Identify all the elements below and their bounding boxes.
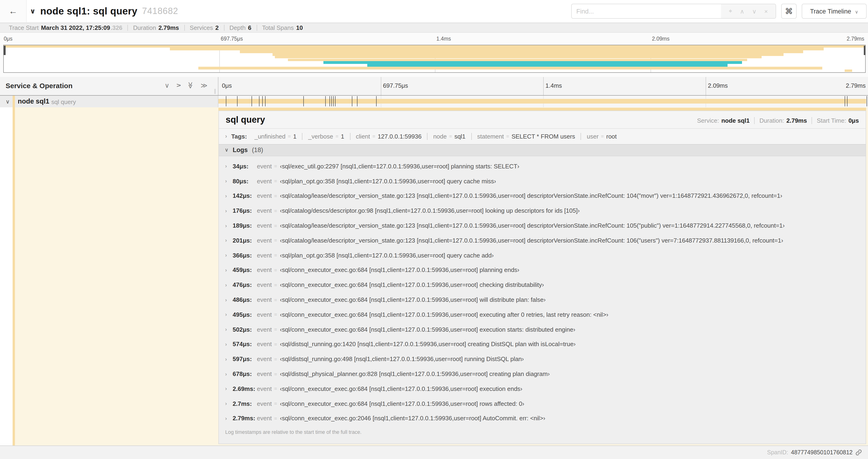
log-field-name: event — [257, 177, 272, 185]
find-input[interactable] — [572, 4, 721, 18]
log-expander-icon[interactable]: › — [225, 193, 232, 199]
collapse-one-icon[interactable]: ∨ — [164, 82, 169, 89]
log-timestamp: 2.69ms: — [232, 385, 257, 392]
log-expander-icon[interactable]: › — [225, 297, 232, 302]
detail-header[interactable]: sql query Service:node sql1Duration:2.79… — [219, 111, 865, 128]
log-row[interactable]: ›2.79ms:event=‹sql/conn_executor_exec.go… — [219, 411, 865, 426]
locate-icon[interactable]: ⌖ — [729, 7, 732, 15]
trace-title-group[interactable]: ∨ node sql1: sql query 7418682 — [30, 0, 178, 22]
log-row[interactable]: ›597μs:event=‹sql/distsql_running.go:498… — [219, 352, 865, 367]
logs-expander-icon[interactable]: ∨ — [225, 147, 228, 153]
column-resize-grip[interactable]: ∥ — [214, 88, 216, 94]
log-row[interactable]: ›2.7ms:event=‹sql/conn_executor_exec.go:… — [219, 396, 865, 411]
log-marker-tick[interactable] — [845, 96, 845, 106]
log-marker-tick[interactable] — [251, 96, 252, 106]
back-button[interactable]: ← — [0, 0, 27, 22]
collapse-all-icon[interactable]: ≫ — [187, 82, 194, 89]
log-row[interactable]: ›189μs:event=‹sql/catalog/lease/descript… — [219, 218, 865, 233]
log-expander-icon[interactable]: › — [225, 178, 232, 184]
log-expander-icon[interactable]: › — [225, 223, 232, 228]
clear-search-icon[interactable]: × — [765, 8, 768, 15]
minimap-canvas[interactable] — [3, 44, 866, 72]
log-marker-tick[interactable] — [237, 96, 238, 106]
log-row[interactable]: ›2.69ms:event=‹sql/conn_executor_exec.go… — [219, 381, 865, 396]
log-expander-icon[interactable]: › — [225, 163, 232, 169]
log-marker-tick[interactable] — [226, 96, 226, 106]
minimap-left-handle[interactable] — [4, 45, 5, 55]
span-expander-icon[interactable]: ∨ — [6, 98, 10, 105]
log-marker-tick[interactable] — [262, 96, 263, 106]
minimap-right-handle[interactable] — [864, 45, 865, 55]
log-expander-icon[interactable]: › — [225, 327, 232, 332]
log-marker-tick[interactable] — [331, 96, 332, 106]
tag-item[interactable]: statement=SELECT * FROM users — [471, 133, 581, 140]
log-expander-icon[interactable]: › — [225, 341, 232, 347]
log-expander-icon[interactable]: › — [225, 416, 232, 421]
span-row-name-column[interactable]: ∨ node sql1 sql query — [0, 95, 218, 107]
log-expander-icon[interactable]: › — [225, 312, 232, 318]
log-marker-tick[interactable] — [265, 96, 266, 106]
page-header: ← ∨ node sql1: sql query 7418682 ⌖ ∧ ∨ ×… — [0, 0, 868, 23]
span-row[interactable]: ∨ node sql1 sql query — [0, 95, 868, 107]
log-expander-icon[interactable]: › — [225, 208, 232, 214]
log-expander-icon[interactable]: › — [225, 238, 232, 243]
log-marker-tick[interactable] — [326, 96, 326, 106]
tag-item[interactable]: _unfinished=1 — [249, 133, 302, 140]
collapse-trace-icon[interactable]: ∨ — [30, 7, 35, 15]
log-marker-tick[interactable] — [357, 96, 358, 106]
copy-link-icon[interactable] — [856, 449, 862, 456]
keyboard-shortcuts-button[interactable]: ⌘ — [781, 4, 797, 19]
log-row[interactable]: ›678μs:event=‹sql/distsql_physical_plann… — [219, 366, 865, 381]
log-row[interactable]: ›476μs:event=‹sql/conn_executor_exec.go:… — [219, 277, 865, 292]
log-marker-tick[interactable] — [867, 96, 867, 106]
tag-item[interactable]: user=root — [581, 133, 622, 140]
tag-key: user — [587, 133, 599, 140]
minimap-tick-label: 1.4ms — [436, 36, 451, 41]
log-expander-icon[interactable]: › — [225, 282, 232, 288]
log-row[interactable]: ›366μs:event=‹sql/plan_opt.go:358 [nsql1… — [219, 248, 865, 263]
prev-match-icon[interactable]: ∧ — [740, 8, 744, 15]
tag-item[interactable]: client=127.0.0.1:59936 — [350, 133, 428, 140]
log-row[interactable]: ›201μs:event=‹sql/catalog/lease/descript… — [219, 233, 865, 248]
span-row-timeline[interactable] — [218, 95, 868, 107]
log-expander-icon[interactable]: › — [225, 386, 232, 392]
log-row[interactable]: ›502μs:event=‹sql/conn_executor_exec.go:… — [219, 322, 865, 337]
tag-item[interactable]: _verbose=1 — [303, 133, 350, 140]
log-marker-tick[interactable] — [376, 96, 377, 106]
expand-one-icon[interactable]: ∨ — [175, 83, 182, 88]
tag-item[interactable]: node=sql1 — [428, 133, 471, 140]
log-marker-tick[interactable] — [329, 96, 330, 106]
logs-list: ›34μs:event=‹sql/exec_util.go:2297 [nsql… — [219, 156, 865, 444]
log-equals: = — [274, 386, 277, 392]
logs-section-header[interactable]: ∨ Logs (18) — [219, 144, 865, 156]
log-expander-icon[interactable]: › — [225, 267, 232, 273]
log-expander-icon[interactable]: › — [225, 356, 232, 362]
next-match-icon[interactable]: ∨ — [752, 8, 756, 15]
tags-row[interactable]: › Tags: _unfinished=1_verbose=1client=12… — [219, 129, 865, 144]
page-title: node sql1: sql query — [40, 6, 137, 17]
minimap-span-bar — [844, 69, 852, 72]
log-marker-tick[interactable] — [333, 96, 334, 106]
log-row[interactable]: ›486μs:event=‹sql/conn_executor_exec.go:… — [219, 292, 865, 307]
span-footer: SpanID: 4877749850101760812 — [0, 446, 868, 459]
log-expander-icon[interactable]: › — [225, 371, 232, 377]
log-row[interactable]: ›142μs:event=‹sql/catalog/lease/descript… — [219, 189, 865, 203]
log-row[interactable]: ›34μs:event=‹sql/exec_util.go:2297 [nsql… — [219, 159, 865, 174]
log-row[interactable]: ›80μs:event=‹sql/plan_opt.go:358 [nsql1,… — [219, 174, 865, 189]
log-marker-tick[interactable] — [847, 96, 848, 106]
span-duration-bar[interactable] — [218, 99, 866, 104]
log-marker-tick[interactable] — [303, 96, 304, 106]
log-marker-tick[interactable] — [352, 96, 352, 106]
log-row[interactable]: ›574μs:event=‹sql/distsql_running.go:142… — [219, 337, 865, 352]
log-row[interactable]: ›459μs:event=‹sql/conn_executor_exec.go:… — [219, 263, 865, 277]
log-row[interactable]: ›495μs:event=‹sql/conn_executor_exec.go:… — [219, 307, 865, 322]
log-row[interactable]: ›176μs:event=‹sql/catalog/descs/descript… — [219, 203, 865, 218]
timeline-ruler: 0μs697.75μs1.4ms2.09ms2.79ms — [218, 77, 868, 95]
log-expander-icon[interactable]: › — [225, 252, 232, 258]
log-marker-tick[interactable] — [335, 96, 336, 106]
log-marker-tick[interactable] — [259, 96, 259, 106]
view-selector-button[interactable]: Trace Timeline ∨ — [802, 4, 867, 19]
tags-expander-icon[interactable]: › — [225, 133, 227, 139]
expand-all-icon[interactable]: ≫ — [201, 82, 208, 89]
log-expander-icon[interactable]: › — [225, 401, 232, 406]
